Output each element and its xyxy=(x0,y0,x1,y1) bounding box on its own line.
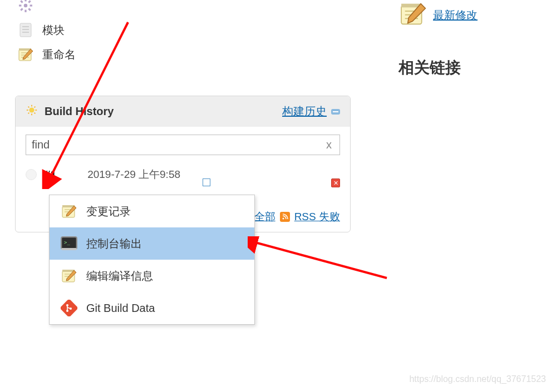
menu-git-label: Git Build Data xyxy=(86,302,155,315)
build-number-link[interactable]: #1 xyxy=(45,168,56,181)
menu-edit-build-info[interactable]: 编辑编译信息 xyxy=(50,260,254,292)
related-links-heading: 相关链接 xyxy=(398,57,478,78)
svg-rect-38 xyxy=(61,248,77,250)
nav-rename-label: 重命名 xyxy=(42,47,76,62)
nav-rename[interactable]: 重命名 xyxy=(17,42,334,67)
annotation-arrow-2 xyxy=(248,236,392,286)
watermark: https://blog.csdn.net/qq_37671523 xyxy=(409,374,546,384)
svg-point-19 xyxy=(29,107,34,112)
collapse-icon[interactable] xyxy=(331,109,340,115)
git-icon xyxy=(60,299,78,317)
nav-gear-row[interactable] xyxy=(17,0,334,18)
nav-modules-label: 模块 xyxy=(42,23,65,38)
gear-icon xyxy=(17,0,35,14)
menu-git-build-data[interactable]: Git Build Data xyxy=(50,292,254,324)
build-history-link[interactable]: 构建历史 xyxy=(282,104,327,119)
svg-line-24 xyxy=(28,107,29,108)
nav-modules[interactable]: 模块 xyxy=(17,18,334,42)
menu-console-label: 控制台输出 xyxy=(86,236,142,251)
clear-search-icon[interactable]: x xyxy=(324,138,334,151)
search-box[interactable]: x xyxy=(26,135,340,155)
dropdown-indicator-icon[interactable] xyxy=(203,178,210,186)
latest-changes-row[interactable]: 最新修改 xyxy=(398,0,478,31)
rss-icon xyxy=(280,212,290,222)
panel-title: Build History xyxy=(45,105,114,118)
notepad-pencil-icon xyxy=(398,0,426,31)
build-date: 2019-7-29 上午9:58 xyxy=(87,167,180,182)
document-icon xyxy=(17,21,35,39)
svg-line-5 xyxy=(21,1,22,2)
notepad-pencil-icon xyxy=(60,202,78,221)
search-input[interactable] xyxy=(32,138,324,151)
rss-fail-link[interactable]: RSS 失败 xyxy=(294,210,340,224)
delete-icon[interactable]: ✕ xyxy=(331,178,340,187)
svg-text:>_: >_ xyxy=(64,240,70,245)
svg-line-59 xyxy=(253,242,387,278)
latest-changes-link[interactable]: 最新修改 xyxy=(433,8,478,23)
svg-line-8 xyxy=(28,1,30,2)
build-status-icon xyxy=(26,169,37,180)
terminal-icon: >_ xyxy=(60,234,78,253)
svg-point-29 xyxy=(282,218,284,220)
menu-console-output[interactable]: >_ 控制台输出 xyxy=(50,227,254,260)
menu-changelog[interactable]: 变更记录 xyxy=(50,195,254,227)
build-row[interactable]: #1 2019-7-29 上午9:58 ✕ xyxy=(16,163,350,182)
svg-line-26 xyxy=(28,113,29,114)
svg-line-7 xyxy=(21,8,22,10)
build-context-menu: 变更记录 >_ 控制台输出 编辑编译信息 Git Build Data xyxy=(49,195,255,325)
svg-line-25 xyxy=(35,113,36,114)
notepad-pencil-icon xyxy=(60,266,78,285)
panel-header: Build History 构建历史 xyxy=(16,96,350,127)
svg-point-0 xyxy=(24,4,28,8)
svg-line-27 xyxy=(35,107,36,108)
menu-changelog-label: 变更记录 xyxy=(86,204,131,219)
svg-line-6 xyxy=(28,8,30,10)
notepad-pencil-icon xyxy=(17,46,35,63)
sun-icon xyxy=(26,104,38,119)
menu-edit-label: 编辑编译信息 xyxy=(86,269,153,284)
